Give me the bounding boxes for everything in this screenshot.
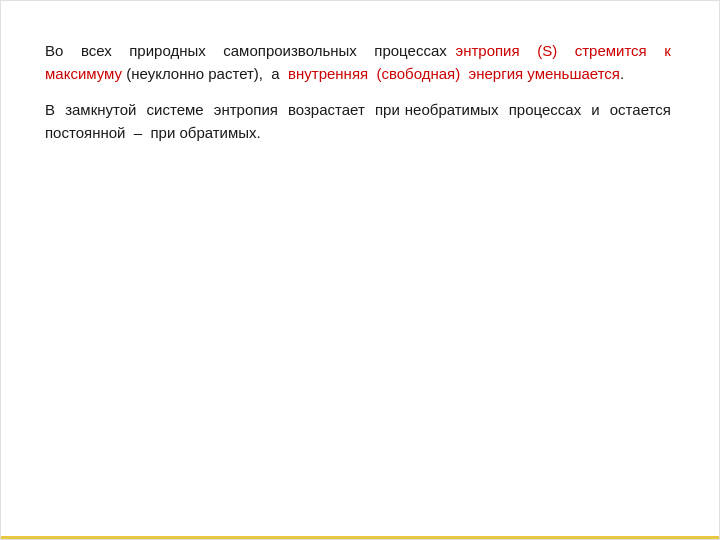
para2-text: В замкнутой системе энтропия возрастает …: [45, 101, 675, 141]
page-container: Во всех природных самопроизвольных проце…: [0, 0, 720, 540]
paragraph-2: В замкнутой системе энтропия возрастает …: [45, 98, 675, 145]
paragraph-1: Во всех природных самопроизвольных проце…: [45, 39, 675, 86]
bottom-border-decoration: [1, 536, 719, 539]
para1-text1: Во всех природных самопроизвольных проце…: [45, 42, 456, 59]
para1-text5: .: [620, 65, 624, 82]
para1-text3: (неуклонно растет), а: [122, 65, 288, 82]
para1-text4-red: внутренняя (свободная) энергия уменьшает…: [288, 65, 620, 82]
content-area: Во всех природных самопроизвольных проце…: [1, 1, 719, 186]
